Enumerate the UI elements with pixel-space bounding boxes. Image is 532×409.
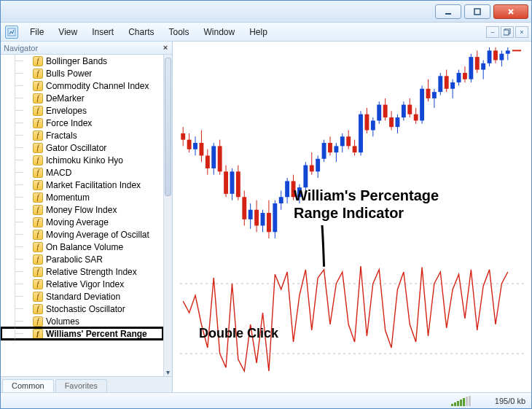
svg-rect-93 [450, 82, 455, 89]
annotation-hint: Double Click [199, 326, 278, 342]
svg-rect-59 [346, 136, 351, 146]
tree-item-label: Envelopes [46, 106, 87, 116]
svg-rect-53 [328, 143, 332, 152]
indicator-icon: f [33, 316, 43, 327]
indicator-icon: f [33, 56, 43, 66]
tab-common[interactable]: Common [2, 379, 54, 392]
tree-item-label: Parabolic SAR [46, 254, 103, 265]
client-area: Navigator × fBollinger BandsfBulls Power… [1, 42, 531, 392]
navigator-title: Navigator [4, 44, 38, 52]
indicator-icon: f [33, 81, 43, 91]
tree-item[interactable]: fMoving Average of Oscillat [1, 228, 163, 241]
svg-rect-65 [364, 114, 369, 131]
svg-rect-81 [414, 114, 418, 121]
indicator-icon: f [33, 292, 43, 302]
menu-help[interactable]: Help [242, 26, 275, 39]
svg-rect-69 [377, 105, 381, 121]
tree-item[interactable]: fBulls Power [1, 67, 163, 79]
indicator-icon: f [33, 242, 43, 252]
svg-rect-79 [407, 105, 412, 114]
tab-favorites[interactable]: Favorites [55, 379, 107, 392]
scroll-down-icon[interactable]: ▾ [164, 367, 172, 376]
tree-item[interactable]: fRelative Vigor Index [1, 278, 163, 290]
tree-item[interactable]: fBollinger Bands [1, 55, 163, 67]
indicator-icon: f [33, 267, 43, 277]
indicator-icon: f [33, 217, 43, 227]
indicator-icon: f [33, 69, 43, 79]
tree-item[interactable]: fVolumes [1, 315, 163, 327]
svg-rect-99 [469, 57, 473, 79]
indicator-icon: f [33, 254, 43, 265]
tree-item[interactable]: fGator Oscillator [1, 141, 163, 154]
tree-item-label: Stochastic Oscillator [46, 304, 125, 314]
tree-item[interactable]: fParabolic SAR [1, 253, 163, 265]
navigator-scrollbar[interactable]: ▴ ▾ [163, 55, 172, 376]
menu-insert[interactable]: Insert [85, 26, 121, 39]
indicator-icon: f [33, 230, 43, 240]
tree-item[interactable]: fOn Balance Volume [1, 241, 163, 253]
indicator-icon: f [33, 131, 43, 141]
chart-area[interactable]: William's Percentage Range Indicator Dou… [173, 42, 531, 392]
svg-rect-63 [359, 114, 363, 152]
window-maximize-button[interactable] [464, 4, 490, 19]
tree-item[interactable]: fIchimoku Kinko Hyo [1, 154, 163, 166]
svg-rect-57 [340, 136, 345, 146]
svg-rect-105 [488, 50, 492, 63]
tree-item-label: Bollinger Bands [46, 56, 107, 66]
svg-rect-87 [432, 92, 437, 98]
tree-item-label: Force Index [46, 118, 92, 128]
tree-item[interactable]: fRelative Strength Index [1, 265, 163, 278]
tree-item-label: Moving Average of Oscillat [46, 230, 149, 240]
svg-rect-49 [316, 159, 320, 171]
svg-rect-91 [445, 76, 449, 88]
menu-file[interactable]: File [23, 26, 51, 39]
tree-item[interactable]: fMACD [1, 166, 163, 179]
svg-rect-0 [474, 9, 480, 15]
tree-item-label: Williams' Percent Range [46, 329, 147, 339]
svg-rect-15 [211, 146, 216, 168]
mdi-restore-button[interactable] [501, 26, 514, 38]
window-close-button[interactable] [493, 4, 528, 19]
tree-item[interactable]: fMoney Flow Index [1, 203, 163, 216]
tree-item[interactable]: fEnvelopes [1, 104, 163, 117]
tree-item[interactable]: fMomentum [1, 191, 163, 203]
menu-tools[interactable]: Tools [162, 26, 197, 39]
indicator-icon: f [33, 106, 43, 116]
tree-item-label: Relative Strength Index [46, 267, 137, 277]
indicator-icon: f [33, 192, 43, 203]
svg-rect-103 [481, 63, 485, 70]
svg-rect-13 [206, 155, 210, 168]
scroll-thumb[interactable] [165, 58, 171, 196]
svg-rect-39 [285, 181, 289, 197]
tree-item-label: MACD [46, 168, 71, 178]
svg-rect-21 [230, 171, 235, 194]
tree-item[interactable]: fMoving Average [1, 216, 163, 228]
menu-view[interactable]: View [51, 26, 85, 39]
menu-window[interactable]: Window [197, 26, 243, 39]
navigator-tree[interactable]: fBollinger BandsfBulls PowerfCommodity C… [1, 55, 172, 376]
svg-rect-17 [218, 146, 222, 171]
mdi-minimize-button[interactable]: – [486, 26, 499, 38]
tree-item[interactable]: fForce Index [1, 117, 163, 129]
svg-rect-85 [426, 89, 431, 98]
indicator-icon: f [33, 205, 43, 215]
window-minimize-button[interactable] [435, 4, 461, 19]
svg-rect-55 [334, 146, 338, 152]
tree-item[interactable]: fFractals [1, 129, 163, 141]
svg-rect-77 [402, 105, 406, 117]
svg-rect-7 [187, 140, 192, 149]
svg-rect-97 [463, 73, 467, 79]
tree-item[interactable]: fCommodity Channel Index [1, 79, 163, 92]
tree-item-label: Relative Vigor Index [46, 279, 124, 289]
svg-rect-25 [242, 197, 246, 219]
mdi-close-button[interactable]: × [515, 26, 528, 38]
tree-item[interactable]: fStandard Deviation [1, 290, 163, 303]
svg-rect-75 [396, 117, 400, 127]
navigator-close-button[interactable]: × [160, 42, 171, 52]
menu-charts[interactable]: Charts [121, 26, 161, 39]
tree-item[interactable]: fWilliams' Percent Range [1, 327, 163, 340]
tree-item[interactable]: fStochastic Oscillator [1, 303, 163, 315]
tree-item[interactable]: fDeMarker [1, 92, 163, 104]
indicator-icon: f [33, 180, 43, 190]
tree-item[interactable]: fMarket Facilitation Index [1, 179, 163, 191]
